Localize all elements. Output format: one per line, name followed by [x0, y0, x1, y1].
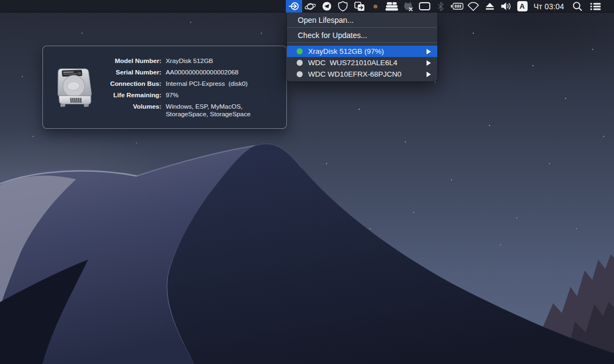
menu-item-disk-wdc-wus[interactable]: WDC WUS721010ALE6L4	[287, 57, 437, 68]
battery-icon	[450, 3, 463, 10]
detail-label: Volumes:	[99, 103, 161, 118]
search-icon	[573, 2, 582, 11]
battery-menu-icon[interactable]	[449, 0, 465, 12]
menu-bar-clock[interactable]: Чт 03:04	[530, 2, 568, 11]
display-icon	[419, 2, 430, 10]
cat-icon	[403, 2, 413, 11]
windows-arrow-icon	[354, 2, 365, 11]
detail-value: 97%	[166, 91, 277, 99]
stack-icon	[385, 2, 398, 11]
detail-label: Connection Bus:	[99, 80, 161, 88]
login-arrow-icon	[289, 2, 299, 11]
disk-label: WDC WUS721010ALE6L4	[308, 59, 397, 67]
detail-label: Model Number:	[99, 57, 161, 65]
detail-row-serial: Serial Number: AA000000000000002068	[99, 67, 277, 78]
eject-icon	[485, 2, 495, 10]
detail-row-volumes: Volumes: Windows, ESP, MyMacOS, StorageS…	[99, 101, 277, 120]
detail-row-connection: Connection Bus: Internal PCI-Express (di…	[99, 78, 277, 90]
detail-value: XrayDisk 512GB	[166, 57, 277, 65]
input-source-label: A	[517, 1, 528, 11]
shield-icon	[338, 1, 348, 11]
disk-health-dot-gray	[297, 71, 303, 77]
detail-row-model: Model Number: XrayDisk 512GB	[99, 55, 277, 67]
disk-info-panel: Model Number: XrayDisk 512GB Serial Numb…	[42, 46, 287, 129]
submenu-arrow-icon	[427, 49, 431, 54]
hard-drive-icon	[53, 65, 96, 111]
spotlight-menu-icon[interactable]	[568, 0, 586, 12]
window-redirect-menu-icon[interactable]	[351, 0, 367, 12]
display-menu-icon[interactable]	[416, 0, 433, 12]
detail-value: Windows, ESP, MyMacOS, StorageSpace, Sto…	[166, 103, 277, 118]
eject-menu-icon[interactable]	[481, 0, 498, 12]
paper-plane-icon	[322, 2, 331, 11]
menu-item-check-updates[interactable]: Check for Updates...	[287, 28, 437, 43]
lifespan-dropdown-menu: Open Lifespan... Check for Updates... Xr…	[287, 12, 437, 81]
disk-details: Model Number: XrayDisk 512GB Serial Numb…	[99, 55, 277, 120]
notification-list-menu-icon[interactable]	[586, 0, 605, 12]
detail-label: Life Remaining:	[99, 91, 161, 99]
bluetooth-icon	[437, 2, 444, 11]
menu-item-disk-xraydisk[interactable]: XrayDisk 512GB (97%)	[287, 46, 437, 57]
menu-bar: A Чт 03:04	[0, 0, 614, 12]
stack-menu-icon[interactable]	[384, 0, 400, 12]
lifespan-menu-icon[interactable]	[286, 0, 302, 12]
orbit-menu-icon[interactable]	[302, 0, 318, 12]
submenu-arrow-icon	[427, 60, 431, 66]
orbit-icon	[304, 2, 316, 11]
wifi-menu-icon[interactable]	[465, 0, 481, 12]
detail-row-life: Life Remaining: 97%	[99, 90, 277, 101]
disk-label: WDC WD10EFRX-68PJCN0	[308, 70, 402, 78]
list-menu-icon	[590, 2, 601, 11]
volume-menu-icon[interactable]	[498, 0, 514, 12]
wifi-icon	[467, 2, 479, 11]
shield-menu-icon[interactable]	[335, 0, 351, 12]
volume-icon	[500, 2, 511, 11]
menu-item-open-lifespan[interactable]: Open Lifespan...	[287, 12, 437, 28]
detail-value: Internal PCI-Express (disk0)	[166, 80, 277, 88]
telegram-menu-icon[interactable]	[318, 0, 335, 12]
cat-disabled-menu-icon[interactable]	[400, 0, 416, 12]
submenu-arrow-icon	[427, 72, 431, 77]
menu-item-disk-wdc-wd10[interactable]: WDC WD10EFRX-68PJCN0	[287, 68, 437, 80]
status-dot-icon[interactable]	[367, 0, 384, 12]
input-source-menu-icon[interactable]: A	[514, 0, 530, 12]
bluetooth-menu-icon[interactable]	[433, 0, 449, 12]
detail-label: Serial Number:	[99, 68, 161, 77]
dot-icon	[373, 4, 378, 9]
detail-value: AA000000000000002068	[166, 68, 277, 77]
disk-health-dot-gray	[297, 60, 303, 66]
disk-health-dot-green	[297, 48, 303, 54]
disk-label: XrayDisk 512GB (97%)	[308, 47, 384, 55]
